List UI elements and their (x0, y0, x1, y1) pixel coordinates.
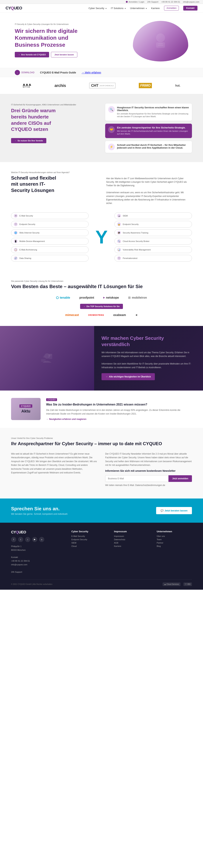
wittue-triangle-icon (23, 84, 25, 86)
person-icon (126, 1, 128, 3)
tenable-icon (56, 297, 59, 299)
footer-item[interactable]: Datenschutz (114, 538, 149, 540)
service-casb[interactable]: 🔍 Cloud Access Security Broker (114, 238, 192, 245)
service-pentest[interactable]: 🛡 Penetrationstest (114, 255, 192, 261)
mobileiron-icon (128, 297, 131, 299)
footer-col-impressum: Impressum Impressum Datenschutz AGB Karr… (114, 530, 149, 574)
beraten-button[interactable]: Jetzt beraten lassen (51, 52, 77, 57)
top-bar-anmelden[interactable]: Anmelden / Login (126, 1, 144, 3)
web-icon: 🌐 (14, 231, 18, 235)
svg-rect-10 (41, 359, 45, 362)
cyber-desc: Wir informieren Sie mit Informationen ru… (102, 351, 196, 370)
nav-unternehmen[interactable]: Unternehmen (130, 7, 147, 9)
arrow-logo-icon (135, 314, 138, 316)
solutions-title: Schnell und flexibel mit unseren IT- Sec… (11, 175, 97, 194)
service-web-security[interactable]: 🌐 Web-/Internet Security (11, 229, 89, 236)
cyber-text: Wir machen Cyber Security verständlich W… (94, 326, 203, 391)
footer-col-impressum-list: Impressum Datenschutz AGB Karriere (114, 535, 149, 547)
download-link[interactable]: → Mehr erfahren (81, 71, 101, 74)
twitter-icon[interactable]: t (18, 537, 23, 542)
handshake-icon: 🤝 (108, 126, 115, 133)
footer-item[interactable]: SIEM (71, 542, 107, 544)
newsletter-email-input[interactable] (105, 475, 168, 482)
footer-bottom: © 2021 CYQUEO GmbH | Alle Rechte vorbeha… (11, 579, 192, 586)
hero-title: Wir sichern Ihre digitale Kommunikation … (15, 28, 102, 49)
footer-item[interactable]: E-Mail Security (71, 535, 107, 537)
top-bar-email[interactable]: info@cyqueo.com (183, 1, 199, 3)
news-link[interactable]: → Neuigkeiten erfahren und reagieren (46, 418, 192, 421)
why-card-1: 🔍 Hooglossun IT Security Services erscha… (105, 103, 192, 121)
youtube-icon[interactable]: ▶ (32, 537, 37, 542)
partners-bar: WITTUE archis CHT BAAR CHEMICALS FRiMO h… (0, 77, 203, 94)
svg-rect-6 (129, 297, 130, 298)
footer-item[interactable]: Über uns (157, 535, 192, 537)
footer-item[interactable]: Endpoint Security (71, 538, 107, 540)
hero-image (102, 21, 188, 61)
lock-icon: 🔒 (117, 222, 121, 226)
anmelden-button[interactable]: Anmelden (164, 6, 179, 10)
services-grid: ✉ E-Mail Security 🛡 Endpoint Security 🌐 … (11, 212, 192, 261)
cyber-btn[interactable]: → Alle wichtigen Neuigkeiten im Überblic… (102, 373, 155, 380)
service-mdm[interactable]: 📱 Mobile-Device-Management (11, 238, 89, 245)
footer-item[interactable]: Team (157, 538, 192, 540)
footer-logo: CYQUEO (11, 530, 64, 534)
why-card-2: 🤝 Ein zentraler Ansprechpartner für Ihre… (105, 124, 192, 138)
hero-text: IT-Security & Cyber-Security-Lösungen fü… (15, 23, 102, 59)
solutions-right: Hier der Marke in der IT zum Wettbewerbs… (106, 171, 192, 205)
service-email-security[interactable]: ✉ E-Mail Security (11, 212, 89, 219)
newsletter-note: Wir teilen niemals Ihre E-Mail. Datensch… (105, 484, 192, 487)
nav-cyber[interactable]: Cyber Security (89, 7, 106, 9)
footer-item[interactable]: Partner (157, 542, 192, 544)
partner-cht: CHT BAAR CHEMICALS (89, 83, 115, 88)
contact-col-1: Wie weit ist aktuell die IT-Sicherheit i… (11, 452, 98, 489)
newsletter-submit-button[interactable]: Jetzt anmelden (168, 475, 192, 482)
footer-social: f t i ▶ x (11, 537, 64, 542)
hero-circle-img (133, 21, 188, 61)
speak-text: Sprechen Sie uns an. Wir beraten Sie ger… (11, 506, 68, 515)
facebook-icon[interactable]: f (11, 537, 16, 542)
logo-netskope: netskope (103, 296, 119, 299)
service-endpoint[interactable]: 🛡 Endpoint Security (11, 221, 89, 227)
svg-point-9 (43, 355, 45, 358)
speak-button[interactable]: 💬 Jetzt beraten lassen (156, 507, 192, 514)
nav-karriere[interactable]: Karriere (151, 7, 160, 9)
service-archivierung[interactable]: 📋 E-Mail-Archivierung (11, 246, 89, 253)
footer-item[interactable]: Cloud (71, 545, 107, 547)
footer-certs: ☁ Cloud Services 🛡 BSI (163, 583, 192, 586)
service-data-sharing[interactable]: 🔗 Data Sharing (11, 255, 89, 261)
download-bar: ↓ DOWNLOAD CYQUEO E-Mail Praxis Guide → … (0, 68, 203, 77)
footer-item[interactable]: Blog (157, 545, 192, 547)
logo[interactable]: CYQUEO (5, 6, 22, 10)
why-left: IT-Sicherheit für Konzerngruppen, KMU-Un… (11, 103, 98, 143)
xing-icon[interactable]: x (39, 537, 44, 542)
why-card-body-1: Hooglossun IT Security Services erschaff… (117, 106, 189, 118)
top-bar-phone[interactable]: +49 89 41 22 394-51 (161, 1, 180, 3)
vorteile-button[interactable]: → Ihre Vorteile mit CYQUEO (15, 52, 49, 57)
why-btn[interactable]: → So nutzen Sie Ihre Vorteile (11, 138, 46, 143)
footer-item[interactable]: AGB (114, 542, 149, 544)
cyber-image (0, 326, 94, 391)
cyqueo-badge: CYQUEO (20, 404, 32, 408)
service-awareness[interactable]: 🎓 Security Awareness Training (114, 229, 192, 236)
svg-point-4 (56, 297, 59, 299)
newsletter-title: Informieren Sie sich mit unserem kostenl… (105, 469, 192, 472)
hero-hands-icon (149, 30, 172, 52)
kontakt-button[interactable]: Kontakt (183, 6, 198, 10)
speak-title: Sprechen Sie uns an. (11, 506, 68, 512)
svg-point-0 (156, 33, 165, 42)
instagram-icon[interactable]: i (25, 537, 30, 542)
logo-proofpoint: proofpoint (79, 296, 94, 299)
news-section: CYQUEO Aktu CYQUEO Was Sie zu Insider-Be… (0, 391, 203, 428)
footer-item[interactable]: Karriere (114, 545, 149, 547)
cyber-img-placeholder (0, 326, 94, 391)
service-siem[interactable]: ☁ SIEM (114, 212, 192, 219)
service-endpoint-right[interactable]: 🔒 Endpoint Security (114, 221, 192, 227)
top-security-button[interactable]: → Die TOP Security Solutions für Sie (80, 304, 123, 309)
service-vrm[interactable]: 📊 Vulnerability Risk Management (114, 246, 192, 253)
footer-item[interactable]: Impressum (114, 535, 149, 537)
download-item[interactable]: ↓ DOWNLOAD (15, 70, 35, 75)
nav-it[interactable]: IT Solutions (111, 7, 126, 9)
why-right: 🔍 Hooglossun IT Security Services erscha… (105, 103, 192, 153)
search-icon: 🔍 (117, 239, 121, 243)
it-logos-grid-2: mimecast CROWDSTRIKE exabeam (11, 313, 192, 317)
